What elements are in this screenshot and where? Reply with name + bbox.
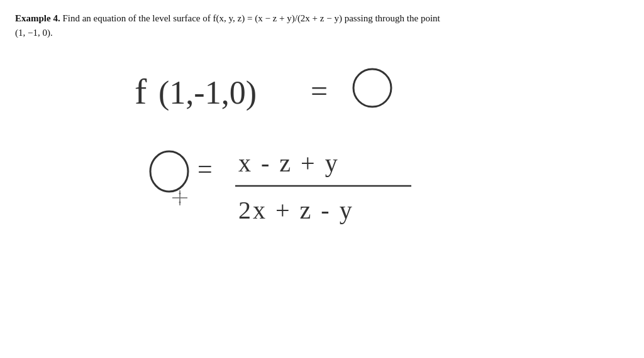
svg-point-3 — [353, 69, 391, 107]
handwritten-line1: f (1,-1,0) = — [128, 58, 430, 115]
example-header: Example 4. Find an equation of the level… — [15, 11, 531, 40]
handwritten-fraction: = x - z + y 2x + z - y — [141, 137, 468, 244]
point-value: (1, −1, 0). — [15, 28, 53, 38]
svg-point-12 — [179, 202, 181, 203]
svg-text:f: f — [135, 71, 147, 112]
handwritten-area: f (1,-1,0) = = x - z + y 2x + z - y — [15, 46, 629, 335]
svg-point-4 — [150, 151, 188, 192]
div-marker — [171, 189, 189, 207]
passing-text: passing through the point — [345, 13, 440, 23]
example-label: Example 4. — [15, 13, 60, 23]
svg-text:=: = — [197, 155, 213, 183]
svg-text:=: = — [311, 74, 328, 107]
svg-point-11 — [179, 193, 181, 195]
svg-text:x - z + y: x - z + y — [238, 149, 340, 177]
svg-text:2x + z - y: 2x + z - y — [238, 196, 354, 224]
function-definition: f(x, y, z) = (x − z + y)/(2x + z − y) — [213, 13, 342, 23]
svg-text:(1,-1,0): (1,-1,0) — [158, 75, 257, 111]
example-description: Find an equation of the level surface of — [62, 13, 213, 23]
page-content: Example 4. Find an equation of the level… — [0, 0, 644, 346]
